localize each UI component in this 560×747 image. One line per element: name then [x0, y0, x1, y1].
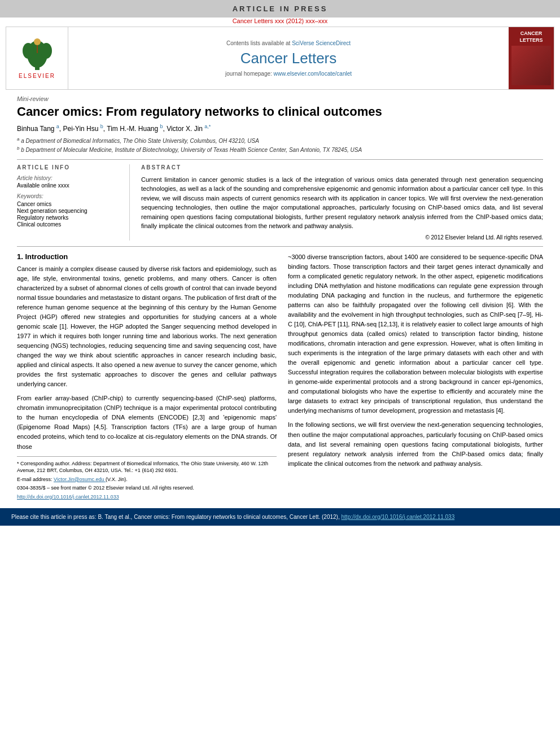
- doi-link[interactable]: http://dx.doi.org/10.1016/j.canlet.2012.…: [17, 494, 119, 500]
- history-label: Article history:: [17, 175, 121, 181]
- sciverse-link[interactable]: SciVerse ScienceDirect: [292, 40, 351, 46]
- sciverse-prefix: Contents lists available at: [226, 40, 290, 46]
- abstract-text: Current limitation in cancer genomic stu…: [141, 175, 543, 231]
- footnote-corresponding: * Corresponding author. Address: Departm…: [17, 460, 277, 474]
- journal-homepage: journal homepage: www.elsevier.com/locat…: [80, 71, 497, 77]
- footnote-doi: http://dx.doi.org/10.1016/j.canlet.2012.…: [17, 493, 277, 501]
- right-para-1: ~3000 diverse transcription factors, abo…: [288, 252, 543, 416]
- author-sup-b1: b: [100, 124, 103, 129]
- copyright-line: © 2012 Elsevier Ireland Ltd. All rights …: [141, 234, 543, 241]
- journal-center: Contents lists available at SciVerse Sci…: [68, 34, 509, 82]
- intro-heading: 1. Introduction: [17, 252, 277, 261]
- article-info-header: ARTICLE INFO: [17, 164, 121, 171]
- badge-image: [511, 46, 551, 85]
- intro-para-2: From earlier array-based (ChIP-chip) to …: [17, 394, 277, 451]
- article-info-col: ARTICLE INFO Article history: Available …: [17, 164, 130, 241]
- journal-title: Cancer Letters: [80, 50, 497, 67]
- abstract-col: ABSTRACT Current limitation in cancer ge…: [141, 164, 543, 241]
- aip-banner-text: ARTICLE IN PRESS: [233, 5, 328, 13]
- abstract-header: ABSTRACT: [141, 164, 543, 171]
- affiliations: a a Department of Biomedical Informatics…: [17, 136, 543, 155]
- homepage-url[interactable]: www.elsevier.com/locate/canlet: [274, 71, 352, 77]
- keyword-2: Next generation sequencing: [17, 208, 121, 214]
- cite-url-link[interactable]: http://dx.doi.org/10.1016/j.canlet.2012.…: [342, 514, 455, 520]
- elsevier-tree-icon: [15, 37, 60, 71]
- homepage-label: journal homepage:: [225, 71, 272, 77]
- journal-banner-box: ELSEVIER Contents lists available at Sci…: [6, 27, 554, 90]
- body-left-col: 1. Introduction Cancer is mainly a compl…: [17, 252, 277, 503]
- footnote-issn: 0304-3835/$ – see front matter © 2012 El…: [17, 484, 277, 492]
- article-title: Cancer omics: From regulatory networks t…: [17, 104, 543, 119]
- author-sup-b2: b: [160, 124, 163, 129]
- email-link[interactable]: Victor.Jin@osumc.edu: [54, 477, 106, 482]
- keyword-3: Regulatory networks: [17, 215, 121, 221]
- svg-point-2: [23, 43, 34, 59]
- svg-point-3: [41, 43, 52, 59]
- article-type-label: Mini-review: [17, 95, 543, 102]
- divider-2: [17, 246, 543, 247]
- badge-text: CANCER LETTERS: [519, 30, 542, 43]
- bottom-citation-bar: Please cite this article in press as: B.…: [0, 508, 560, 526]
- article-content: Mini-review Cancer omics: From regulator…: [0, 90, 560, 508]
- divider-1: [17, 159, 543, 160]
- journal-ref-line: Cancer Letters xxx (2012) xxx–xxx: [0, 18, 560, 24]
- intro-para-1: Cancer is mainly a complex disease cause…: [17, 264, 277, 390]
- footnote-email: E-mail address: Victor.Jin@osumc.edu (V.…: [17, 476, 277, 483]
- affiliation-b: b b Department of Molecular Medicine, In…: [17, 145, 543, 154]
- keywords-label: Keywords:: [17, 193, 121, 199]
- journal-ref-text: Cancer Letters xxx (2012) xxx–xxx: [233, 18, 328, 24]
- history-value: Available online xxxx: [17, 182, 121, 189]
- author-sup-a1: a: [56, 124, 59, 129]
- info-abstract-section: ARTICLE INFO Article history: Available …: [17, 164, 543, 241]
- svg-point-4: [34, 38, 41, 45]
- keyword-4: Clinical outcomes: [17, 221, 121, 228]
- body-right-col: ~3000 diverse transcription factors, abo…: [288, 252, 543, 503]
- keyword-1: Cancer omics: [17, 201, 121, 207]
- sciverse-line: Contents lists available at SciVerse Sci…: [80, 40, 497, 46]
- affiliation-a: a a Department of Biomedical Informatics…: [17, 136, 543, 145]
- elsevier-logo: ELSEVIER: [6, 27, 68, 89]
- aip-banner: ARTICLE IN PRESS: [0, 0, 560, 18]
- cite-prefix: Please cite this article in press as: B.…: [11, 514, 340, 520]
- author-sup-a2: a,*: [204, 124, 211, 129]
- authors-line: Binhua Tang a, Pei-Yin Hsu b, Tim H.-M. …: [17, 124, 543, 133]
- cancer-letters-badge: CANCER LETTERS: [509, 27, 554, 89]
- elsevier-label: ELSEVIER: [19, 73, 55, 79]
- right-para-2: In the following sections, we will first…: [288, 420, 543, 468]
- body-section: 1. Introduction Cancer is mainly a compl…: [17, 252, 543, 503]
- page-wrapper: ARTICLE IN PRESS Cancer Letters xxx (201…: [0, 0, 560, 747]
- footnote-section: * Corresponding author. Address: Departm…: [17, 456, 277, 501]
